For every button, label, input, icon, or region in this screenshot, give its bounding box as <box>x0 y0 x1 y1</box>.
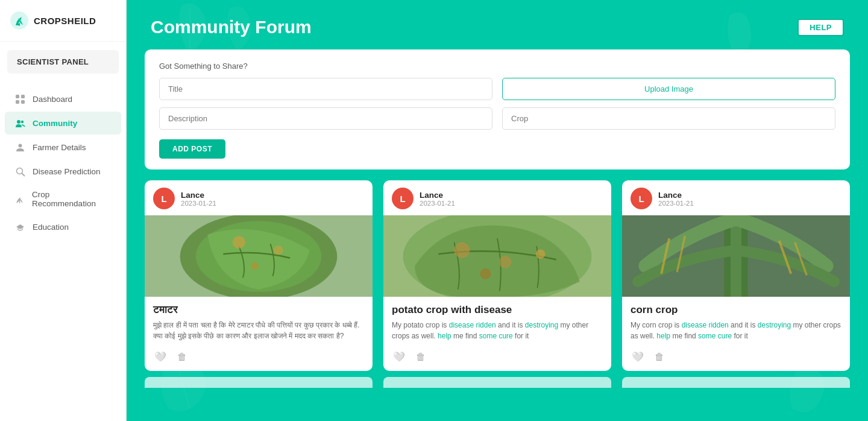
card-user-name-0: Lance <box>181 191 216 200</box>
card-title-2: corn crop <box>631 304 841 316</box>
card-title-0: टमाटर <box>153 304 364 316</box>
help-button[interactable]: HELP <box>797 19 844 36</box>
logo-area: CROPSHEILD <box>0 0 126 42</box>
sidebar-item-crop-rec-label: Crop Recommendation <box>32 190 112 208</box>
bottom-card-hint-0 <box>145 377 373 388</box>
svg-point-6 <box>17 120 20 124</box>
svg-point-24 <box>536 249 546 259</box>
svg-rect-4 <box>16 100 19 104</box>
svg-rect-3 <box>21 95 25 98</box>
highlight-1a: disease ridden <box>449 321 496 329</box>
delete-button-1[interactable]: 🗑 <box>415 350 427 364</box>
svg-rect-2 <box>16 95 19 98</box>
svg-point-25 <box>480 268 491 279</box>
logo-icon <box>10 11 29 30</box>
post-card-0: L Lance 2023-01-21 <box>145 180 373 371</box>
sidebar-item-disease-label: Disease Prediction <box>33 167 101 176</box>
like-button-2[interactable]: 🤍 <box>631 350 645 364</box>
card-body-1: potato crop with disease My potato crop … <box>383 297 611 345</box>
education-icon <box>14 221 25 232</box>
card-user-info-2: Lance 2023-01-21 <box>658 191 694 207</box>
card-image-0 <box>145 215 373 297</box>
sidebar-nav: Dashboard Community Farmer Details Disea… <box>0 82 126 244</box>
add-post-button[interactable]: ADD POST <box>159 139 225 159</box>
card-header-1: L Lance 2023-01-21 <box>383 180 611 215</box>
highlight-2b: destroying <box>758 321 791 329</box>
card-title-1: potato crop with disease <box>392 304 603 316</box>
delete-button-2[interactable]: 🗑 <box>653 350 665 364</box>
avatar-0: L <box>153 188 175 209</box>
cards-bottom-row <box>127 377 868 388</box>
card-footer-0: 🤍 🗑 <box>145 345 373 371</box>
highlight-2a: disease ridden <box>682 321 729 329</box>
svg-point-18 <box>274 245 283 255</box>
form-label: Got Something to Share? <box>159 62 835 71</box>
main-header: Community Forum HELP Tour Assistance <box>127 0 868 49</box>
svg-line-10 <box>22 173 25 176</box>
main-content: Community Forum HELP Tour Assistance Got… <box>127 0 868 421</box>
farmer-icon <box>14 142 25 153</box>
highlight-1c: help <box>438 332 451 340</box>
card-date-1: 2023-01-21 <box>420 200 455 207</box>
card-header-0: L Lance 2023-01-21 <box>145 180 373 215</box>
help-area: HELP Tour Assistance <box>797 19 844 36</box>
post-card-2: L Lance 2023-01-21 <box>622 180 850 371</box>
card-header-2: L Lance 2023-01-21 <box>622 180 850 215</box>
svg-point-22 <box>454 242 470 258</box>
page-title: Community Forum <box>151 17 312 37</box>
description-input[interactable] <box>159 107 492 130</box>
upload-image-button[interactable]: Upload Image <box>502 78 835 100</box>
sidebar-item-farmer-label: Farmer Details <box>33 143 86 152</box>
svg-point-7 <box>20 120 23 122</box>
delete-button-0[interactable]: 🗑 <box>176 350 188 364</box>
card-image-1 <box>383 215 611 297</box>
card-footer-1: 🤍 🗑 <box>383 345 611 371</box>
form-row-2 <box>159 107 835 130</box>
disease-icon <box>14 166 25 177</box>
like-button-0[interactable]: 🤍 <box>153 350 168 364</box>
avatar-2: L <box>631 188 652 209</box>
card-desc-1: My potato crop is disease ridden and it … <box>392 320 603 341</box>
cards-grid: L Lance 2023-01-21 <box>127 169 868 377</box>
highlight-2d: some cure <box>698 332 732 340</box>
like-button-1[interactable]: 🤍 <box>392 350 406 364</box>
community-icon <box>14 118 25 128</box>
title-input[interactable] <box>159 78 492 100</box>
highlight-2c: help <box>656 332 670 340</box>
svg-rect-1 <box>19 23 20 26</box>
card-desc-0: मुझे हाल ही में पता चला है कि मेरे टमाटर… <box>153 320 364 341</box>
card-date-2: 2023-01-21 <box>658 200 694 207</box>
card-user-info-1: Lance 2023-01-21 <box>420 191 455 207</box>
card-date-0: 2023-01-21 <box>181 200 216 207</box>
svg-point-17 <box>233 236 245 248</box>
svg-point-19 <box>251 262 259 270</box>
sidebar-item-dashboard[interactable]: Dashboard <box>5 87 121 110</box>
sidebar-item-dashboard-label: Dashboard <box>33 95 72 104</box>
svg-rect-5 <box>21 100 25 104</box>
card-body-2: corn crop My corn crop is disease ridden… <box>622 297 850 345</box>
sidebar-item-community-label: Community <box>33 119 77 128</box>
sidebar-item-community[interactable]: Community <box>5 112 121 135</box>
svg-point-8 <box>18 144 22 147</box>
sidebar-item-education[interactable]: Education <box>5 215 121 238</box>
card-body-0: टमाटर मुझे हाल ही में पता चला है कि मेरे… <box>145 297 373 345</box>
card-image-2 <box>622 215 850 297</box>
sidebar-item-farmer-details[interactable]: Farmer Details <box>5 136 121 159</box>
crop-input[interactable] <box>502 107 835 130</box>
logo-text: CROPSHEILD <box>34 16 96 26</box>
post-form: Got Something to Share? Upload Image ADD… <box>145 49 850 169</box>
sidebar-item-crop-recommendation[interactable]: Crop Recommendation <box>5 184 121 214</box>
highlight-1b: destroying <box>525 321 558 329</box>
scientist-panel-label: SCIENTIST PANEL <box>7 50 119 74</box>
svg-point-23 <box>499 256 512 268</box>
sidebar: CROPSHEILD SCIENTIST PANEL Dashboard Com… <box>0 0 127 421</box>
sidebar-item-disease-prediction[interactable]: Disease Prediction <box>5 160 121 183</box>
card-desc-2: My corn crop is disease ridden and it is… <box>631 320 841 341</box>
bottom-card-hint-2 <box>622 377 850 388</box>
form-row-1: Upload Image <box>159 78 835 100</box>
bottom-card-hint-1 <box>383 377 611 388</box>
highlight-1d: some cure <box>479 332 513 340</box>
dashboard-icon <box>14 93 25 104</box>
card-footer-2: 🤍 🗑 <box>622 345 850 371</box>
avatar-1: L <box>392 188 414 209</box>
